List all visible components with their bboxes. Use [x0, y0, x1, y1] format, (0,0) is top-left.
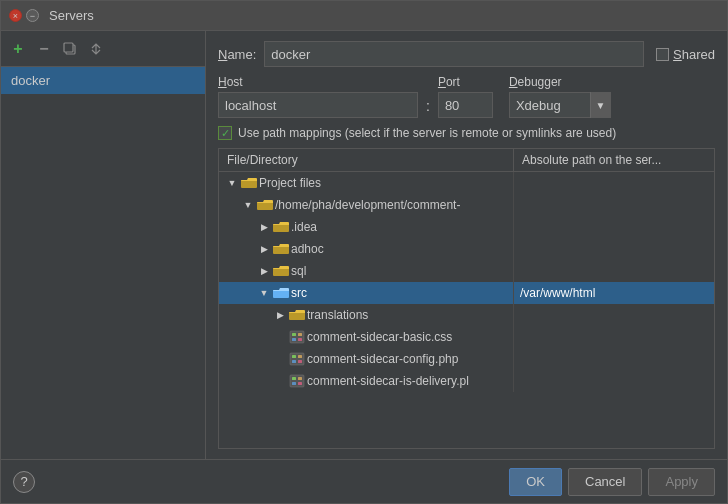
tree-row[interactable]: ▶ .idea: [219, 216, 714, 238]
col-path-label: Absolute path on the ser...: [514, 149, 714, 171]
tree-row-label: sql: [291, 264, 306, 278]
tree-cell-file: comment-sidecar-basic.css: [219, 326, 514, 348]
tree-row[interactable]: ▼ /home/pha/development/comment-: [219, 194, 714, 216]
bottom-bar: ? OK Cancel Apply: [1, 459, 727, 503]
tree-row[interactable]: ▶ adhoc: [219, 238, 714, 260]
path-mappings-checkbox[interactable]: [218, 126, 232, 140]
tree-toggle-icon[interactable]: [273, 352, 287, 366]
shared-checkbox[interactable]: [656, 48, 669, 61]
move-server-button[interactable]: [85, 38, 107, 60]
tree-row[interactable]: comment-sidecar-config.php: [219, 348, 714, 370]
svg-rect-21: [292, 382, 296, 385]
debugger-label: Debugger: [509, 75, 611, 89]
path-mappings-label: Use path mappings (select if the server …: [238, 126, 616, 140]
tree-toggle-icon[interactable]: ▶: [273, 308, 287, 322]
file-icon: [289, 374, 305, 388]
host-group: Host: [218, 75, 418, 118]
host-input[interactable]: [218, 92, 418, 118]
help-button[interactable]: ?: [13, 471, 35, 493]
file-tree: File/Directory Absolute path on the ser.…: [218, 148, 715, 449]
tree-row[interactable]: ▼ src/var/www/html: [219, 282, 714, 304]
tree-cell-path: [514, 238, 714, 260]
servers-dialog: × − Servers + −: [0, 0, 728, 504]
svg-rect-1: [64, 43, 73, 52]
close-button[interactable]: ×: [9, 9, 22, 22]
tree-cell-file: comment-sidecar-config.php: [219, 348, 514, 370]
svg-rect-4: [273, 224, 289, 232]
svg-rect-5: [273, 246, 289, 254]
tree-cell-path: [514, 194, 714, 216]
tree-toggle-icon[interactable]: ▼: [257, 286, 271, 300]
folder-icon: [241, 177, 257, 189]
tree-cell-path: [514, 304, 714, 326]
tree-row[interactable]: ▶ sql: [219, 260, 714, 282]
debugger-select[interactable]: Xdebug Zend Debugger: [510, 93, 590, 117]
window-controls: × −: [9, 9, 39, 22]
file-tree-header: File/Directory Absolute path on the ser.…: [219, 149, 714, 172]
svg-rect-22: [298, 377, 302, 380]
remove-server-button[interactable]: −: [33, 38, 55, 60]
add-server-button[interactable]: +: [7, 38, 29, 60]
cancel-button[interactable]: Cancel: [568, 468, 642, 496]
server-item-docker[interactable]: docker: [1, 67, 205, 94]
tree-row[interactable]: ▶ translations: [219, 304, 714, 326]
file-tree-body: ▼ Project files▼ /home/pha/development/c…: [219, 172, 714, 448]
tree-toggle-icon[interactable]: ▼: [241, 198, 255, 212]
debugger-dropdown-arrow[interactable]: ▼: [590, 92, 610, 118]
tree-cell-file: comment-sidecar-is-delivery.pl: [219, 370, 514, 392]
svg-rect-23: [298, 382, 302, 385]
tree-toggle-icon[interactable]: ▶: [257, 264, 271, 278]
svg-rect-9: [290, 331, 304, 343]
tree-row-label: comment-sidecar-config.php: [307, 352, 458, 366]
svg-rect-3: [257, 202, 273, 210]
host-port-row: Host : Port Debugger Xdebug Zend Debugge…: [218, 75, 715, 118]
svg-rect-15: [292, 355, 296, 358]
tree-cell-path: [514, 348, 714, 370]
tree-cell-path: /var/www/html: [514, 282, 714, 304]
name-input[interactable]: [264, 41, 644, 67]
folder-icon: [289, 309, 305, 321]
tree-row-label: translations: [307, 308, 368, 322]
shared-label[interactable]: Shared: [673, 47, 715, 62]
tree-toggle-icon[interactable]: [273, 374, 287, 388]
col-file-label: File/Directory: [219, 149, 514, 171]
apply-button[interactable]: Apply: [648, 468, 715, 496]
tree-row[interactable]: comment-sidecar-is-delivery.pl: [219, 370, 714, 392]
tree-cell-path: [514, 326, 714, 348]
tree-cell-path: [514, 370, 714, 392]
tree-toggle-icon[interactable]: [273, 330, 287, 344]
tree-row-label: comment-sidecar-basic.css: [307, 330, 452, 344]
folder-icon: [273, 243, 289, 255]
minimize-button[interactable]: −: [26, 9, 39, 22]
tree-row[interactable]: comment-sidecar-basic.css: [219, 326, 714, 348]
tree-row-label: Project files: [259, 176, 321, 190]
svg-rect-10: [292, 333, 296, 336]
host-label: Host: [218, 75, 418, 89]
folder-icon: [273, 265, 289, 277]
tree-cell-path: [514, 260, 714, 282]
port-input[interactable]: [438, 92, 493, 118]
tree-cell-file: ▼ Project files: [219, 172, 514, 194]
svg-rect-19: [290, 375, 304, 387]
svg-rect-7: [273, 290, 289, 298]
tree-cell-file: ▶ adhoc: [219, 238, 514, 260]
tree-row-label: src: [291, 286, 307, 300]
svg-rect-20: [292, 377, 296, 380]
tree-toggle-icon[interactable]: ▼: [225, 176, 239, 190]
tree-cell-file: ▶ translations: [219, 304, 514, 326]
folder-icon: [273, 287, 289, 299]
svg-rect-6: [273, 268, 289, 276]
ok-button[interactable]: OK: [509, 468, 562, 496]
server-list: docker: [1, 67, 205, 459]
svg-rect-17: [298, 355, 302, 358]
name-row: Name: Shared: [218, 41, 715, 67]
copy-server-button[interactable]: [59, 38, 81, 60]
shared-container: Shared: [656, 47, 715, 62]
svg-rect-16: [292, 360, 296, 363]
tree-cell-file: ▼ /home/pha/development/comment-: [219, 194, 514, 216]
tree-toggle-icon[interactable]: ▶: [257, 242, 271, 256]
tree-row[interactable]: ▼ Project files: [219, 172, 714, 194]
tree-toggle-icon[interactable]: ▶: [257, 220, 271, 234]
folder-icon: [257, 199, 273, 211]
tree-row-label: /home/pha/development/comment-: [275, 198, 460, 212]
